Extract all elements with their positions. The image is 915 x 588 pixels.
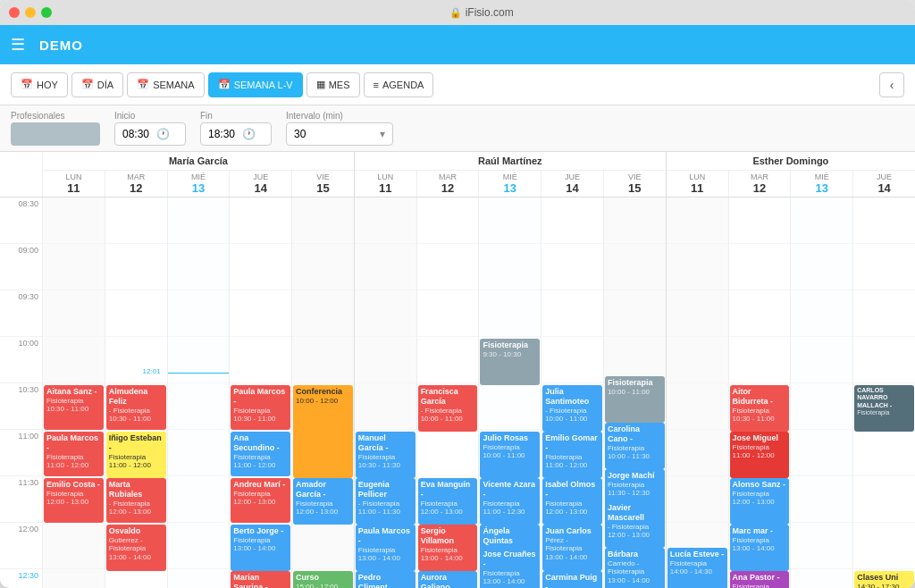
agenda-button[interactable]: ≡ AGENDA (364, 72, 434, 97)
maria-thu-col[interactable]: Paula Marcos - Fisioterapia 10:30 - 11:0… (230, 197, 292, 588)
cal-icon: 📅 (218, 79, 231, 90)
prof-days-raul: lun11 mar12 mié13 jue14 vie15 (355, 171, 666, 197)
event-marian[interactable]: Marian Saurina - Fisioterapia 14:00 - 15… (231, 571, 290, 588)
inicio-input[interactable]: 08:30 🕐 (114, 122, 186, 146)
event-vicente[interactable]: Vicente Azara - Fisioterapia 11:00 - 12:… (480, 478, 540, 525)
event-clases-uni[interactable]: Clases Uni 14:30 - 17:30 (854, 571, 914, 588)
prof-days-maria: lun11 mar12 mié13 jue14 vie15 (43, 171, 354, 197)
time-slot-current: 12:30 (0, 569, 42, 588)
raul-wed-col[interactable]: Fisioterapia 9:30 - 10:30 Julio Rosas Fi… (479, 197, 541, 588)
intervalo-label: Intervalo (min) (286, 111, 393, 121)
esther-wed-col[interactable] (791, 197, 853, 588)
event-juan-carlos[interactable]: Juan Carlos Pérez - Fisioterapia 13:00 -… (542, 525, 602, 571)
raul-col-group: Manuel García - Fisioterapia 10:30 - 11:… (355, 197, 667, 588)
time-column: 08:30 09:00 09:30 10:00 10:30 11:00 11:3… (0, 197, 43, 588)
fin-filter: Fin 18:30 🕐 (200, 111, 272, 146)
event-eva[interactable]: Eva Manguín - Fisioterapia 12:00 - 13:00 (418, 478, 478, 525)
maria-mon-col[interactable]: Aitana Sanz - Fisioterapia 10:30 - 11:00… (43, 197, 105, 588)
event-julia[interactable]: Julia Santimoteo - Fisioterapia 10:00 - … (542, 385, 602, 432)
event-aitor[interactable]: Aitor Bidurreta - Fisioterapia 10:30 - 1… (730, 385, 790, 432)
semana-button[interactable]: 📅 SEMANA (127, 72, 204, 97)
maximize-button[interactable] (41, 7, 52, 18)
lock-icon: 🔒 (449, 7, 462, 18)
raul-thu-col[interactable]: Julia Santimoteo - Fisioterapia 10:00 - … (541, 197, 604, 588)
event-emilio-c[interactable]: Emilio Costa - Fisioterapia 12:00 - 13:0… (44, 478, 104, 523)
event-fisio-wed[interactable]: Fisioterapia 9:30 - 10:30 (480, 339, 540, 385)
event-eugenia[interactable]: Eugenia Pellicer - Fisioterapia 11:00 - … (356, 478, 416, 525)
maria-fri-col[interactable]: Conferencia 10:00 - 12:00 Amador García … (292, 197, 354, 588)
toolbar: 📅 HOY 📅 DÍA 📅 SEMANA 📅 SEMANA L-V ▦ MES … (0, 64, 915, 105)
app-header: ☰ DEMO (0, 25, 915, 64)
esther-mon-col[interactable]: Lucía Esteve - Fisioterapia 14:00 - 14:3… (667, 197, 729, 588)
event-isabel[interactable]: Isabel Olmos - Fisioterapia 12:00 - 13:0… (542, 478, 602, 525)
chevron-down-icon: ▾ (380, 128, 385, 140)
intervalo-filter: Intervalo (min) 30 ▾ (286, 111, 393, 146)
event-curso[interactable]: Curso 15:00 - 17:00 (293, 571, 353, 588)
event-alonso[interactable]: Alonso Sanz - Fisioterapia 12:00 - 13:00 (730, 478, 790, 525)
semana-lv-button[interactable]: 📅 SEMANA L-V (208, 72, 303, 97)
event-andreu[interactable]: Andreu Marí - Fisioterapia 12:00 - 13:00 (231, 478, 290, 523)
event-francisca[interactable]: Francisca García - Fisioterapia 10:00 - … (418, 385, 478, 432)
event-ana-pastor[interactable]: Ana Pastor - Fisioterapia 14:00 - 15:00 (730, 571, 790, 588)
event-amador[interactable]: Amador García - Fisioterapia 12:00 - 13:… (293, 478, 353, 525)
event-ana-sec[interactable]: Ana Secundino - Fisioterapia 11:00 - 12:… (231, 432, 290, 476)
calendar-container: María García lun11 mar12 mié13 jue14 vie… (0, 152, 915, 588)
esther-thu-col[interactable]: Clases Uni 14:30 - 17:30 CARLOS NAVARRO … (853, 197, 915, 588)
day-col: lun11 (667, 171, 729, 197)
event-almudena[interactable]: Almudena Feliz - Fisioterapia 10:30 - 11… (106, 385, 166, 430)
event-paula-m[interactable]: Paula Marcos - Fisioterapia 11:00 - 12:0… (44, 432, 104, 476)
app-title: DEMO (39, 38, 83, 53)
event-barbara[interactable]: Bárbara Carriedo - Fisioterapia 13:00 - … (605, 548, 665, 588)
event-aitana[interactable]: Aitana Sanz - Fisioterapia 10:30 - 11:00 (44, 385, 104, 430)
profesionales-input[interactable] (11, 122, 100, 146)
event-paula-marcos2[interactable]: Paula Marcos - Fisioterapia 10:30 - 11:0… (231, 385, 290, 430)
event-lucia[interactable]: Lucía Esteve - Fisioterapia 14:00 - 14:3… (667, 548, 727, 588)
prof-name-raul: Raúl Martínez (355, 152, 666, 171)
close-button[interactable] (9, 7, 20, 18)
event-javier-m[interactable]: Javier Mascarell - Fisioterapia 12:00 - … (605, 501, 665, 548)
event-fisio-fri2[interactable]: Fisioterapia 10:00 - 11:00 (605, 376, 665, 423)
event-aurora[interactable]: Aurora Galiano Fisioterapia 14:30 - 15:3… (418, 571, 478, 588)
event-carmina[interactable]: Carmina Puig - Fisioterapia 14:00 - 15:0… (542, 571, 602, 588)
event-julio[interactable]: Julio Rosas Fisioterapia 10:00 - 11:00 (480, 432, 540, 478)
dia-button[interactable]: 📅 DÍA (71, 72, 123, 97)
event-manuel-garcia[interactable]: Manuel García - Fisioterapia 10:30 - 11:… (356, 432, 416, 478)
event-marta[interactable]: Marta Rubiales - Fisioterapia 12:00 - 13… (106, 478, 166, 523)
event-marc[interactable]: Marc mar - Fisioterapia 13:00 - 14:00 (730, 525, 790, 571)
hoy-button[interactable]: 📅 HOY (11, 72, 68, 97)
time-slot: 10:00 (0, 337, 42, 383)
maria-tue-col[interactable]: Almudena Feliz - Fisioterapia 10:30 - 11… (105, 197, 168, 588)
raul-tue-col[interactable]: Francisca García - Fisioterapia 10:00 - … (417, 197, 480, 588)
event-sergio[interactable]: Sergio Villamon Fisioterapia 13:00 - 14:… (418, 525, 478, 571)
prev-button[interactable]: ‹ (879, 72, 904, 97)
event-carolina[interactable]: Carolina Cano - Fisioterapia 10:00 - 11:… (605, 423, 665, 469)
minimize-button[interactable] (25, 7, 36, 18)
titlebar: 🔒 iFisio.com (0, 0, 915, 25)
prof-group-raul: Raúl Martínez lun11 mar12 mié13 jue14 vi… (355, 152, 667, 197)
event-conferencia[interactable]: Conferencia 10:00 - 12:00 (293, 385, 353, 478)
clock-icon: 🕐 (156, 128, 170, 140)
event-esther-ev[interactable]: CARLOS NAVARRO MALLACH - Fisioterapia (854, 385, 914, 432)
event-jose-c[interactable]: Jose Cruañes - Fisioterapia 13:00 - 14:0… (480, 548, 540, 588)
prof-name-maria: María García (43, 152, 354, 171)
prof-days-esther: lun11 mar12 mié13 jue14 (667, 171, 915, 197)
profesionales-filter: Profesionales (11, 111, 100, 146)
day-col: mar12 (105, 171, 168, 197)
event-emilio-g[interactable]: Emilio Gomar - Fisioterapia 11:00 - 12:0… (542, 432, 602, 478)
event-berto[interactable]: Berto Jorge - Fisioterapia 13:00 - 14:00 (231, 525, 290, 571)
event-paula-m3[interactable]: Paula Marcos - Fisioterapia 13:00 - 14:0… (356, 525, 416, 571)
esther-tue-col[interactable]: Aitor Bidurreta - Fisioterapia 10:30 - 1… (729, 197, 792, 588)
event-pedro[interactable]: Pedro Climent Ferri - Fisioterapia 14:30… (356, 571, 416, 588)
time-slot: 09:30 (0, 290, 42, 337)
event-jose-miguel[interactable]: Jose Miguel Fisioterapia 11:00 - 12:00 (730, 432, 790, 478)
event-inigo[interactable]: Iñigo Esteban - Fisioterapia 11:00 - 12:… (106, 432, 166, 478)
fin-input[interactable]: 18:30 🕐 (200, 122, 272, 146)
event-osvaldo[interactable]: Osvaldo Gutierrez - Fisioterapia 13:00 -… (106, 525, 166, 571)
intervalo-input[interactable]: 30 ▾ (286, 122, 393, 146)
raul-mon-col[interactable]: Manuel García - Fisioterapia 10:30 - 11:… (355, 197, 417, 588)
raul-fri-col[interactable]: Fisioterapia 10:00 - 11:00 Carolina Cano… (604, 197, 666, 588)
hamburger-icon[interactable]: ☰ (11, 35, 25, 55)
mes-button[interactable]: ▦ MES (306, 72, 360, 97)
maria-wed-col[interactable] (168, 197, 231, 588)
esther-col-group: Lucía Esteve - Fisioterapia 14:00 - 14:3… (667, 197, 915, 588)
